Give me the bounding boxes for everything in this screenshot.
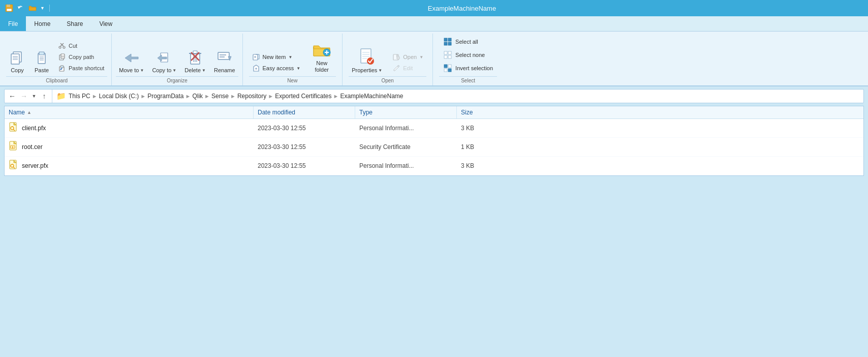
open-icon [392,53,400,61]
svg-rect-32 [218,52,229,60]
nav-back-button[interactable]: ← [7,91,18,102]
move-to-button[interactable]: Move to ▼ [116,48,147,74]
ribbon-group-select: Select all Select none [433,34,503,85]
paste-shortcut-icon [58,64,66,72]
title-bar: ▼ ExampleMachineName [0,0,868,16]
file-type-cell: Personal Informati... [355,122,457,135]
path-segment-7[interactable]: ExampleMachineName [340,93,403,100]
new-folder-button[interactable]: Newfolder [307,41,336,74]
organize-group-label: Organize [116,76,238,85]
nav-forward-button[interactable]: → [18,91,29,102]
new-folder-label: Newfolder [315,60,329,73]
invert-selection-label: Invert selection [455,65,493,71]
svg-rect-4 [11,54,19,64]
qa-undo-icon[interactable] [16,3,26,13]
menu-item-share[interactable]: Share [58,16,91,31]
file-date-cell: 2023-03-30 12:55 [254,122,355,135]
path-segment-3[interactable]: Qlik [192,93,203,100]
svg-rect-26 [193,51,197,53]
rename-icon [216,49,233,66]
paste-shortcut-label: Paste shortcut [69,65,104,71]
table-row[interactable]: client.pfx 2023-03-30 12:55 Personal Inf… [5,119,863,138]
path-segment-4[interactable]: Sense [211,93,229,100]
quick-access-toolbar: ▼ [0,3,56,13]
cut-button[interactable]: Cut [55,41,107,51]
path-segment-5[interactable]: Repository [237,93,266,100]
nav-buttons: ← → ▼ ↑ [5,90,52,103]
svg-point-15 [59,46,61,48]
svg-rect-61 [448,69,451,72]
cut-icon [58,42,66,50]
menu-item-file[interactable]: File [0,16,26,31]
path-segment-1[interactable]: Local Disk (C:) [99,93,139,100]
path-sep-2: ► [185,93,191,99]
copy-button[interactable]: Copy [6,48,28,74]
svg-rect-55 [448,51,451,54]
open-group-label: Open [349,76,426,85]
pfx-file-icon-2 [9,160,19,172]
svg-point-16 [63,46,65,48]
table-row[interactable]: server.pfx 2023-03-30 12:55 Personal Inf… [5,157,863,175]
file-list-header: Name ▲ Date modified Type Size [5,106,863,119]
copy-to-icon [156,49,172,66]
select-none-button[interactable]: Select none [439,49,497,61]
sort-arrow-name: ▲ [27,110,32,115]
path-segment-2[interactable]: ProgramData [147,93,183,100]
select-all-button[interactable]: Select all [439,36,497,48]
new-item-label: New item [263,54,286,60]
col-header-name[interactable]: Name ▲ [5,106,254,118]
rename-label: Rename [214,67,235,73]
delete-button[interactable]: Delete ▼ [181,48,209,74]
nav-up-button[interactable]: ↑ [39,91,50,102]
copy-to-arrow: ▼ [172,68,176,73]
path-bar[interactable]: 📁 This PC ► Local Disk (C:) ► ProgramDat… [52,92,863,101]
file-type-cell: Security Certificate [355,140,457,154]
path-segment-6[interactable]: Exported Certificates [275,93,331,100]
col-header-date[interactable]: Date modified [254,106,355,118]
svg-rect-58 [444,65,447,68]
delete-label: Delete [184,67,201,73]
properties-button[interactable]: Properties ▼ [349,46,385,74]
delete-arrow: ▼ [202,68,206,73]
edit-button[interactable]: Edit [389,63,426,73]
svg-rect-52 [444,42,447,45]
open-button[interactable]: Open ▼ [389,52,426,62]
copy-to-button[interactable]: Copy to ▼ [149,48,179,74]
svg-rect-18 [61,54,65,58]
copy-to-label: Copy to [152,67,171,73]
copy-path-button[interactable]: Copy path [55,52,107,62]
copy-path-icon [58,53,66,61]
path-sep-4: ► [230,93,236,99]
paste-button[interactable]: Paste [30,48,53,74]
file-name-cell: client.pfx [5,119,254,137]
svg-rect-53 [448,42,451,45]
svg-rect-51 [448,38,451,41]
cer-file-icon [9,141,19,153]
col-header-type[interactable]: Type [355,106,457,118]
paste-shortcut-button[interactable]: Paste shortcut [55,63,107,73]
rename-button[interactable]: Rename [211,48,238,74]
easy-access-button[interactable]: Easy access ▼ [249,63,304,73]
qa-folder-icon[interactable] [27,3,38,13]
path-segment-0[interactable]: This PC [69,93,90,100]
qa-save-icon[interactable] [4,3,14,13]
path-sep-6: ► [333,93,339,99]
new-item-button[interactable]: New item ▼ [249,52,304,62]
new-group-label: New [249,76,336,85]
menu-item-view[interactable]: View [91,16,120,31]
nav-dropdown-button[interactable]: ▼ [30,91,38,102]
table-row[interactable]: root.cer 2023-03-30 12:55 Security Certi… [5,138,863,157]
col-header-size[interactable]: Size [457,106,518,118]
qa-dropdown-btn[interactable]: ▼ [39,6,46,11]
copy-path-label: Copy path [69,54,94,60]
address-bar: ← → ▼ ↑ 📁 This PC ► Local Disk (C:) ► Pr… [4,89,864,103]
move-to-label: Move to [119,67,139,73]
path-sep-1: ► [140,93,146,99]
select-none-icon [443,50,452,60]
pfx-file-icon [9,122,19,134]
address-bar-container: ← → ▼ ↑ 📁 This PC ► Local Disk (C:) ► Pr… [0,86,868,106]
clipboard-group-label: Clipboard [6,76,107,85]
menu-item-home[interactable]: Home [26,16,58,31]
properties-label: Properties [352,67,377,73]
invert-selection-button[interactable]: Invert selection [439,62,497,74]
